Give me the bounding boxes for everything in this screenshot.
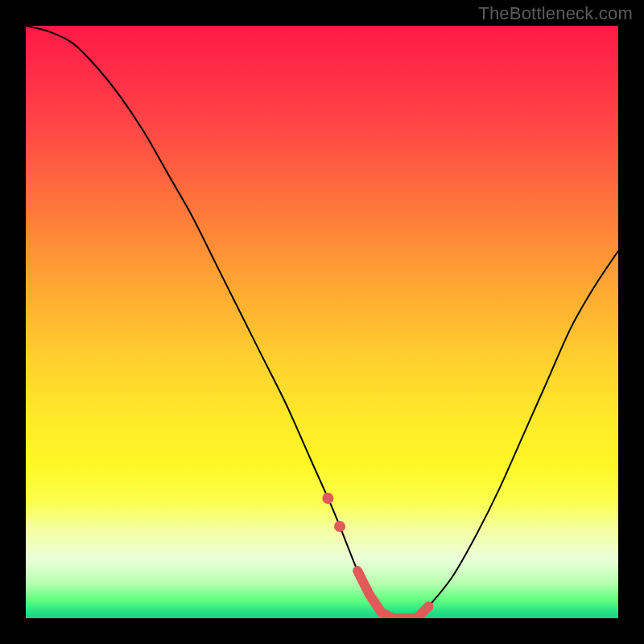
- bottleneck-curve: [26, 26, 618, 618]
- chart-frame: TheBottleneck.com: [0, 0, 644, 644]
- marker-dot: [334, 521, 345, 532]
- marker-dot: [322, 493, 333, 504]
- optimal-range-highlight: [357, 571, 428, 618]
- curve-layer: [26, 26, 618, 618]
- watermark-text: TheBottleneck.com: [478, 3, 633, 24]
- plot-area: [26, 26, 618, 618]
